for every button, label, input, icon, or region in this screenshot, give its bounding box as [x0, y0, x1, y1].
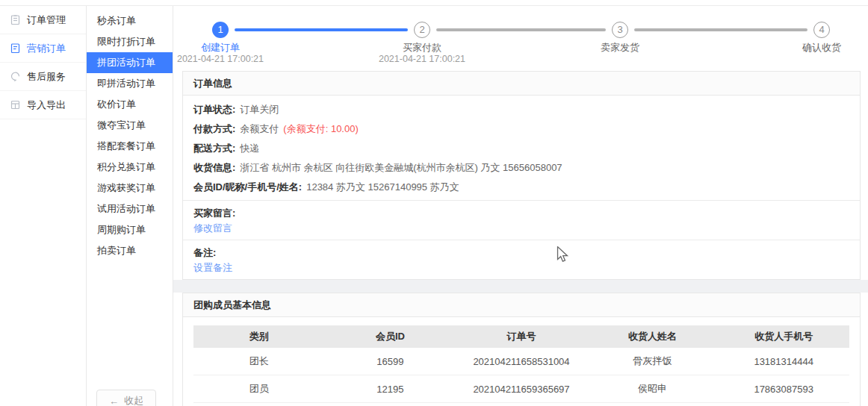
menu-item-bargain-orders[interactable]: 砍价订单: [87, 94, 173, 115]
field-value: 快递: [240, 142, 259, 155]
step-circle-3: 3: [612, 22, 628, 38]
step-circle-2: 2: [414, 22, 430, 38]
field-value: 浙江省 杭州市 余杭区 向往街欧美金融城(杭州市余杭区) 乃文 15656058…: [240, 161, 562, 175]
table-header-row: 类别 会员ID 订单号 收货人姓名 收货人手机号: [193, 325, 849, 348]
step-label-confirm-receipt: 确认收货: [747, 41, 868, 54]
remark-section: 备注: 设置备注: [183, 240, 860, 279]
primary-sidebar: 订单管理 营销订单 售后服务 导入导出: [0, 0, 87, 406]
field-member-info: 会员ID/昵称/手机号/姓名: 12384 苏乃文 15267140995 苏乃…: [193, 178, 849, 197]
sidebar-item-label: 营销订单: [27, 42, 66, 55]
buyer-message-label: 买家留言:: [193, 206, 849, 221]
cell-member-id: 16599: [325, 356, 456, 367]
headset-icon: [10, 71, 21, 82]
collapse-label: 收起: [124, 394, 143, 406]
menu-item-game-prize-orders[interactable]: 游戏获奖订单: [87, 178, 173, 199]
sidebar-item-import-export[interactable]: 导入导出: [0, 91, 86, 119]
buyer-message-section: 买家留言: 修改留言: [183, 200, 860, 240]
cell-type: 团长: [193, 355, 325, 368]
sidebar-item-label: 售后服务: [27, 70, 66, 84]
field-value: 余额支付: [240, 122, 279, 136]
panel-gap: [173, 280, 868, 293]
app-root: 订单管理 营销订单 售后服务 导入导出 秒杀订单 限时打折订单 拼团活动订单 即…: [0, 0, 868, 406]
cell-receiver-phone: 17863087593: [718, 384, 849, 395]
col-receiver-phone: 收货人手机号: [718, 330, 849, 343]
sidebar-item-order-management[interactable]: 订单管理: [0, 6, 86, 34]
cell-order-no: 202104211658531004: [456, 356, 587, 367]
table-row: 团长 16599 202104211658531004 骨灰拌饭 1318131…: [193, 348, 849, 375]
menu-item-trial-orders[interactable]: 试用活动订单: [87, 199, 173, 219]
remark-label: 备注:: [193, 246, 849, 260]
sidebar-item-label: 导入导出: [27, 99, 66, 112]
step-label-seller-ship: 卖家发货: [545, 41, 695, 54]
progress-line-pending: [634, 28, 807, 31]
group-members-panel: 团购成员基本信息 类别 会员ID 订单号 收货人姓名 收货人手机号 团长 165…: [182, 293, 861, 406]
step-circle-4: 4: [813, 22, 830, 38]
field-label: 订单状态:: [193, 103, 235, 116]
field-label: 付款方式:: [193, 122, 235, 136]
step-label-create-order: 创建订单: [146, 41, 295, 54]
document-icon: [10, 43, 21, 54]
step-time-create-order: 2021-04-21 17:00:21: [138, 54, 303, 64]
left-arrow-icon: ←: [109, 396, 119, 406]
progress-line-done: [235, 28, 408, 31]
members-table: 类别 会员ID 订单号 收货人姓名 收货人手机号 团长 16599 202104…: [183, 317, 860, 406]
edit-message-link[interactable]: 修改留言: [193, 221, 232, 236]
table-row: 团员 12384 202104211700215397 乃文 156560580…: [193, 403, 849, 406]
table-row: 团员 12195 202104211659365697 侯昭申 17863087…: [193, 375, 849, 403]
grid-icon: [10, 99, 21, 110]
sidebar-item-marketing-orders[interactable]: 营销订单: [0, 34, 86, 63]
field-order-status: 订单状态: 订单关闭: [193, 100, 849, 119]
menu-item-instant-group-orders[interactable]: 即拼活动订单: [87, 73, 173, 94]
step-circle-1: 1: [212, 22, 229, 38]
order-progress-steps: 1 2 3 4 创建订单 买家付款 卖家发货 确认收货 2021-04-21 1…: [173, 6, 868, 71]
cell-order-no: 202104211659365697: [456, 384, 587, 395]
cell-receiver-name: 骨灰拌饭: [587, 355, 719, 368]
col-receiver-name: 收货人姓名: [587, 330, 719, 343]
cell-receiver-name: 侯昭申: [587, 382, 719, 396]
sidebar-item-after-sales[interactable]: 售后服务: [0, 63, 86, 91]
menu-item-subscription-orders[interactable]: 周期购订单: [87, 219, 173, 240]
window-top-edge: [0, 0, 868, 6]
field-value: 12384 苏乃文 15267140995 苏乃文: [306, 181, 459, 194]
progress-line-pending: [436, 28, 606, 31]
order-info-title: 订单信息: [183, 72, 860, 96]
field-delivery-method: 配送方式: 快递: [193, 139, 849, 158]
col-member-id: 会员ID: [325, 330, 456, 343]
field-label: 收货信息:: [193, 161, 235, 175]
menu-item-bundle-orders[interactable]: 搭配套餐订单: [87, 136, 173, 157]
field-shipping-info: 收货信息: 浙江省 杭州市 余杭区 向往街欧美金融城(杭州市余杭区) 乃文 15…: [193, 158, 849, 178]
field-label: 配送方式:: [193, 142, 235, 155]
menu-item-points-exchange-orders[interactable]: 积分兑换订单: [87, 157, 173, 178]
balance-payment-amount: (余额支付: 10.00): [283, 122, 358, 136]
order-info-panel: 订单信息 订单状态: 订单关闭 付款方式: 余额支付 (余额支付: 10.00)…: [182, 71, 861, 280]
clipboard-icon: [10, 14, 21, 25]
set-remark-link[interactable]: 设置备注: [193, 260, 232, 275]
menu-item-lottery-orders[interactable]: 微夺宝订单: [87, 115, 173, 136]
col-type: 类别: [193, 330, 325, 343]
collapse-sidebar-button[interactable]: ← 收起: [96, 390, 156, 406]
field-label: 会员ID/昵称/手机号/姓名:: [193, 181, 302, 194]
cell-receiver-phone: 13181314444: [718, 356, 849, 367]
field-value: 订单关闭: [240, 103, 279, 116]
main-content: 1 2 3 4 创建订单 买家付款 卖家发货 确认收货 2021-04-21 1…: [173, 0, 868, 406]
cell-type: 团员: [193, 382, 325, 396]
col-order-no: 订单号: [456, 330, 587, 343]
group-members-title: 团购成员基本信息: [183, 293, 860, 317]
order-info-fields: 订单状态: 订单关闭 付款方式: 余额支付 (余额支付: 10.00) 配送方式…: [183, 96, 860, 200]
cell-member-id: 12195: [325, 384, 456, 395]
sidebar-item-label: 订单管理: [27, 13, 66, 27]
step-time-buyer-payment: 2021-04-21 17:00:21: [340, 54, 504, 64]
menu-item-seckill-orders[interactable]: 秒杀订单: [87, 10, 173, 31]
step-label-buyer-payment: 买家付款: [347, 41, 497, 54]
field-payment-method: 付款方式: 余额支付 (余额支付: 10.00): [193, 119, 849, 139]
menu-item-auction-orders[interactable]: 拍卖订单: [87, 240, 173, 261]
